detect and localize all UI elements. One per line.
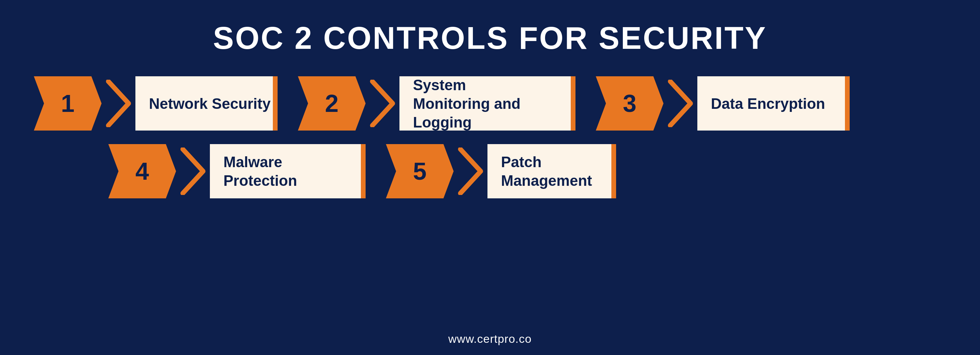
label-bar-4: Malware Protection	[210, 144, 366, 198]
number-badge-1: 1	[34, 76, 102, 131]
number-4: 4	[135, 157, 149, 185]
footer-url: www.certpro.co	[448, 332, 531, 355]
row-2: 4 Malware Protection 5 Patch Management	[108, 144, 616, 198]
arrow-chevron-2	[366, 76, 399, 131]
number-3: 3	[623, 90, 636, 117]
arrow-chevron-5	[453, 144, 487, 198]
number-5: 5	[413, 157, 426, 185]
label-1: Network Security	[149, 94, 270, 113]
number-badge-4: 4	[108, 144, 176, 198]
row-1: 1 Network Security 2 System Monitoring a…	[34, 76, 850, 131]
number-1: 1	[61, 90, 75, 117]
page-title: SOC 2 CONTROLS FOR SECURITY	[213, 20, 767, 56]
arrow-chevron-3	[663, 76, 697, 131]
label-2: System Monitoring and Logging	[413, 76, 542, 131]
label-4: Malware Protection	[223, 153, 352, 190]
label-3: Data Encryption	[711, 94, 825, 113]
label-bar-3: Data Encryption	[697, 76, 850, 131]
number-badge-2: 2	[298, 76, 366, 131]
controls-container: 1 Network Security 2 System Monitoring a…	[0, 76, 980, 198]
number-2: 2	[325, 90, 339, 117]
number-badge-3: 3	[596, 76, 663, 131]
label-5: Patch Management	[501, 153, 609, 190]
label-bar-5: Patch Management	[487, 144, 616, 198]
label-bar-1: Network Security	[135, 76, 278, 131]
arrow-chevron-1	[102, 76, 135, 131]
number-badge-5: 5	[386, 144, 453, 198]
arrow-chevron-4	[176, 144, 210, 198]
label-bar-2: System Monitoring and Logging	[399, 76, 576, 131]
